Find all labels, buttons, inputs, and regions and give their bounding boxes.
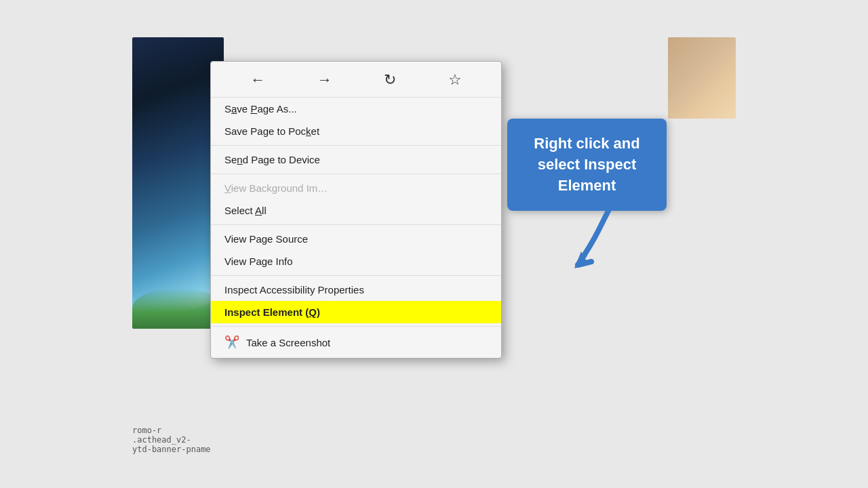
divider-5: [211, 326, 501, 327]
divider-2: [211, 174, 501, 174]
tooltip-line3: Element: [558, 177, 616, 194]
menu-item-inspect-element[interactable]: Inspect Element (Q): [211, 301, 501, 323]
back-button[interactable]: ←: [250, 71, 265, 89]
page-background: romo-r .acthead_v2- ytd-banner-pname ← →…: [0, 0, 868, 488]
scissors-icon: ✂️: [224, 335, 239, 350]
tooltip-callout: Right click and select Inspect Element: [507, 119, 667, 211]
forward-button[interactable]: →: [317, 71, 332, 89]
menu-item-view-background[interactable]: View Background Im…: [211, 177, 501, 199]
menu-item-take-screenshot[interactable]: ✂️ Take a Screenshot: [211, 329, 501, 355]
menu-item-view-info[interactable]: View Page Info: [211, 250, 501, 272]
take-screenshot-label: Take a Screenshot: [246, 337, 330, 348]
divider-1: [211, 145, 501, 146]
browser-nav-bar: ← → ↻ ☆: [211, 64, 501, 98]
divider-4: [211, 275, 501, 276]
menu-item-select-all[interactable]: Select All: [211, 199, 501, 222]
menu-item-inspect-accessibility[interactable]: Inspect Accessibility Properties: [211, 279, 501, 301]
reload-button[interactable]: ↻: [384, 71, 396, 89]
menu-item-send-to-device[interactable]: Send Page to Device: [211, 148, 501, 171]
divider-3: [211, 224, 501, 225]
menu-item-save-page-as[interactable]: Save Page As...: [211, 98, 501, 120]
bookmark-button[interactable]: ☆: [448, 71, 462, 89]
tooltip-arrow: [571, 204, 625, 272]
tooltip-line2: select Inspect: [538, 156, 637, 173]
bottom-code-text: romo-r .acthead_v2- ytd-banner-pname: [132, 426, 211, 454]
menu-item-view-source[interactable]: View Page Source: [211, 228, 501, 250]
tooltip-line1: Right click and: [534, 135, 639, 152]
context-menu: ← → ↻ ☆ Save Page As... Save Page to Poc…: [210, 61, 502, 359]
face-image: [668, 37, 736, 119]
menu-item-save-to-pocket[interactable]: Save Page to Pocket: [211, 120, 501, 142]
